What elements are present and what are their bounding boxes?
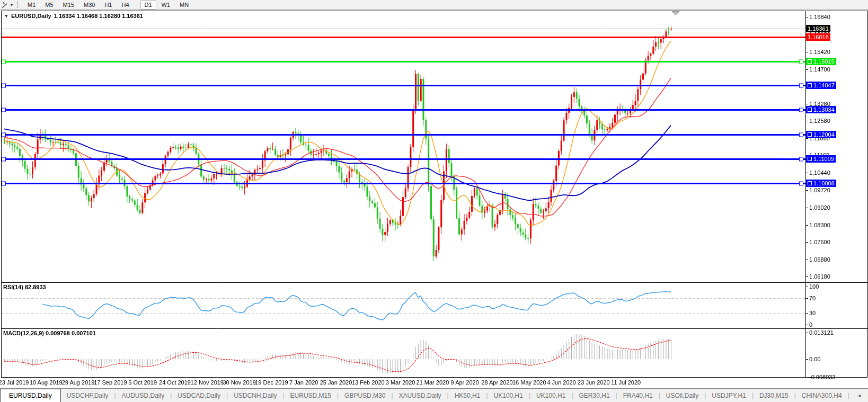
date-axis-label: 28 Apr 2020 bbox=[481, 379, 512, 386]
line-selected-square-icon bbox=[808, 132, 812, 137]
hline-price-badge: 1.12004 bbox=[806, 131, 836, 138]
date-axis-label: 9 Apr 2020 bbox=[451, 379, 479, 386]
chart-tab-usdcad-daily[interactable]: USDCAD,Daily bbox=[172, 389, 226, 402]
date-axis-label: 7 Jan 2020 bbox=[289, 379, 318, 386]
line-selected-square-icon bbox=[808, 83, 812, 87]
chart-tab-usdcnh-daily[interactable]: USDCNH,Daily bbox=[228, 389, 282, 402]
timeframe-button-m5[interactable]: M5 bbox=[41, 1, 57, 10]
chart-tab-uk100-h1[interactable]: UK100,H1 bbox=[488, 389, 529, 402]
chart-symbol-label: EURUSD,Daily bbox=[11, 13, 51, 19]
chart-tab-ger30-h1[interactable]: GER30,H1 bbox=[573, 389, 616, 402]
timeframe-toolbar: ▾ M1M5M15M30H1H4D1W1MN bbox=[0, 0, 868, 10]
collapse-triangle-icon[interactable]: ▼ bbox=[4, 14, 8, 19]
mt4-window: ▾ M1M5M15M30H1H4D1W1MN ▼ EURUSD,Daily 1.… bbox=[0, 0, 868, 402]
chart-tab-fra40-h1[interactable]: FRA40,H1 bbox=[617, 389, 659, 402]
price-axis-tick: 1.16840 bbox=[809, 14, 830, 20]
chevron-down-icon[interactable]: ▾ bbox=[10, 3, 15, 7]
timeframe-button-m15[interactable]: M15 bbox=[59, 1, 78, 10]
date-axis-label: 30 Nov 2019 bbox=[223, 379, 255, 386]
chart-tab-eurusd-daily[interactable]: EURUSD,Daily bbox=[0, 389, 61, 402]
timeframe-button-h1[interactable]: H1 bbox=[100, 1, 116, 10]
date-axis-label: 3 Mar 2020 bbox=[386, 379, 415, 386]
chart-ohlc-values: 1.16334 1.16468 1.16280 1.16361 bbox=[54, 13, 143, 19]
macd-indicator-label: MACD(12,26,9) 0.009768 0.007101 bbox=[3, 330, 96, 336]
hline-price-badge: 1.11009 bbox=[806, 155, 836, 163]
chart-tab-hk50-h1[interactable]: HK50,H1 bbox=[449, 389, 486, 402]
chart-tab-uk100-h1[interactable]: UK100,H1 bbox=[530, 389, 571, 402]
date-axis-label: 23 Jul 2019 bbox=[0, 379, 29, 386]
date-axis-label: 11 Jul 2020 bbox=[611, 379, 641, 386]
line-selected-square-icon bbox=[808, 157, 812, 161]
timeframe-button-w1[interactable]: W1 bbox=[157, 1, 175, 10]
chart-tab-xauusd-daily[interactable]: XAUUSD,Daily bbox=[393, 389, 447, 402]
tab-scroll-arrows: ◂▸ bbox=[849, 389, 868, 402]
date-axis-label: 10 Aug 2019 bbox=[30, 379, 63, 386]
chart-tab-eurusd-m15[interactable]: EURUSD,M15 bbox=[285, 389, 337, 402]
date-axis-label: 16 May 2020 bbox=[512, 379, 546, 386]
rsi-axis-tick: 30 bbox=[809, 310, 816, 316]
chart-tab-usoil-daily[interactable]: USOil,Daily bbox=[660, 389, 704, 402]
price-axis-tick: 1.15420 bbox=[809, 49, 830, 55]
timeframe-button-h4[interactable]: H4 bbox=[117, 1, 133, 10]
rsi-indicator-label: RSI(14) 82.8933 bbox=[3, 284, 46, 290]
line-studies-icon[interactable] bbox=[0, 2, 10, 8]
price-axis-tick: 1.10440 bbox=[809, 169, 830, 176]
hline-price-badge: 1.14047 bbox=[806, 82, 836, 89]
line-selected-square-icon bbox=[808, 108, 812, 112]
date-axis-label: 21 Mar 2020 bbox=[417, 379, 449, 386]
macd-axis-tick: -0.008933 bbox=[809, 374, 836, 380]
price-axis-tick: 1.09020 bbox=[809, 204, 830, 211]
date-axis-label: 12 Nov 2019 bbox=[191, 379, 224, 386]
timeframe-button-m30[interactable]: M30 bbox=[79, 1, 99, 10]
chart-tab-dj30-m15[interactable]: DJ30,M15 bbox=[754, 389, 794, 402]
chart-tab-audusd-daily[interactable]: AUDUSD,Daily bbox=[116, 389, 171, 402]
hline-price-badge: 1.10008 bbox=[806, 180, 836, 187]
date-axis-label: 25 Jan 2020 bbox=[320, 379, 352, 386]
price-axis-tick: 1.06180 bbox=[809, 273, 830, 280]
timeframe-button-m1[interactable]: M1 bbox=[23, 1, 40, 10]
date-axis-label: 24 Oct 2019 bbox=[159, 379, 191, 386]
hline-price-badge: 1.15015 bbox=[806, 58, 836, 65]
price-axis-tick: 1.06880 bbox=[809, 256, 830, 263]
date-axis-label: 17 Sep 2019 bbox=[94, 379, 127, 386]
timeframe-button-d1[interactable]: D1 bbox=[140, 1, 156, 10]
price-axis-tick: 1.09720 bbox=[809, 187, 830, 193]
macd-axis-tick: 0.00 bbox=[809, 356, 820, 362]
date-axis-label: 13 Feb 2020 bbox=[352, 379, 385, 386]
price-axis-tick: 1.07600 bbox=[809, 239, 830, 245]
date-axis-label: 4 Jun 2020 bbox=[547, 379, 575, 386]
chart-title: ▼ EURUSD,Daily 1.16334 1.16468 1.16280 1… bbox=[4, 13, 143, 19]
hline-price-badge: 1.13034 bbox=[806, 106, 836, 113]
toolbar-separator bbox=[137, 1, 137, 8]
scroll-left-icon[interactable]: ◂ bbox=[858, 392, 861, 398]
chart-canvas[interactable] bbox=[0, 0, 868, 402]
rsi-axis-tick: 100 bbox=[809, 283, 819, 290]
date-axis-label: 23 Jun 2020 bbox=[578, 379, 610, 386]
chart-tab-usdjpy-h1[interactable]: USDJPY,H1 bbox=[706, 389, 751, 402]
date-axis-label: 29 Aug 2019 bbox=[62, 379, 95, 386]
chart-tab-bar: EURUSD,DailyUSDCHF,Daily|AUDUSD,Daily|US… bbox=[0, 388, 868, 402]
chart-tab-china300-h4[interactable]: CHINA300,H4 bbox=[796, 389, 848, 402]
chart-tab-usdchf-daily[interactable]: USDCHF,Daily bbox=[61, 389, 114, 402]
date-axis-label: 19 Dec 2019 bbox=[255, 379, 288, 386]
price-axis-tick: 1.14700 bbox=[809, 66, 830, 73]
rsi-axis-tick: 0 bbox=[809, 321, 812, 328]
toolbar-grip[interactable] bbox=[17, 2, 20, 8]
line-selected-square-icon bbox=[808, 59, 812, 64]
current-price-badge: 1.16361 bbox=[806, 25, 830, 32]
timeframe-button-mn[interactable]: MN bbox=[175, 1, 193, 10]
rsi-axis-tick: 70 bbox=[809, 295, 816, 301]
price-axis-tick: 1.08300 bbox=[809, 222, 830, 228]
chart-tab-gbpusd-m30[interactable]: GBPUSD,M30 bbox=[339, 389, 391, 402]
line-selected-square-icon bbox=[808, 181, 812, 185]
macd-axis-tick: 0.013121 bbox=[809, 329, 834, 336]
date-axis-label: 5 Oct 2019 bbox=[128, 379, 157, 386]
price-axis-tick: 1.12580 bbox=[809, 118, 830, 124]
hline-price-badge: 1.16018 bbox=[806, 33, 830, 41]
